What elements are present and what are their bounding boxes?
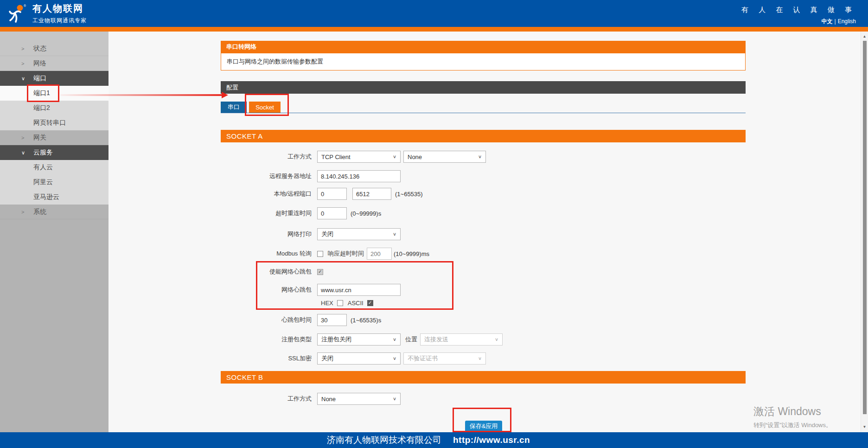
work-mode-secondary-select[interactable]: None ∨ — [403, 151, 486, 163]
tab-bar: 串口 Socket — [221, 102, 746, 113]
socket-a-form: 工作方式 TCP Client ∨ None ∨ 远程服务器地址 本地/远程端口… — [221, 148, 746, 365]
brand-logo: ® — [6, 3, 28, 24]
chevron-right-icon: > — [21, 46, 33, 51]
chevron-down-icon: ∨ — [393, 154, 396, 159]
ascii-checkbox[interactable]: ✓ — [367, 300, 373, 306]
sidebar-item-label: 网络 — [33, 59, 108, 68]
windows-watermark: 激活 Windows 转到“设置”以激活 Windows。 — [753, 404, 832, 429]
field-label: SSL加密 — [221, 354, 317, 363]
register-type-select[interactable]: 注册包关闭 ∨ — [317, 333, 401, 346]
sidebar-item-amazon-cloud[interactable]: 亚马逊云 — [0, 190, 108, 205]
chevron-down-icon: ∨ — [21, 76, 33, 82]
socket-a-header: SOCKET A — [221, 130, 746, 142]
sidebar-item-ali-cloud[interactable]: 阿里云 — [0, 175, 108, 190]
app-title: 有人物联网 — [32, 2, 87, 15]
footer-company: 济南有人物联网技术有限公司 — [327, 434, 441, 446]
hex-label: HEX — [321, 300, 333, 307]
language-switcher: 中文|English — [741, 18, 856, 26]
lang-chinese-link[interactable]: 中文 — [822, 18, 833, 25]
sidebar-item-usr-cloud[interactable]: 有人云 — [0, 160, 108, 175]
ssl-cert-select[interactable]: 不验证证书 ∨ — [403, 352, 486, 365]
sidebar-nav: > 状态 > 网络 ∨ 端口 端口1 端口2 网页转串口 > 网关 ∨ 云服务 … — [0, 32, 108, 432]
net-print-select[interactable]: 关闭 ∨ — [317, 228, 401, 240]
modbus-row: Modbus 轮询 响应超时时间 (10~9999)ms — [221, 248, 746, 260]
watermark-line1: 激活 Windows — [753, 404, 832, 419]
chevron-down-icon: ∨ — [393, 231, 396, 237]
reconnect-range-hint: (0~99999)s — [351, 210, 381, 217]
hex-checkbox[interactable] — [337, 300, 343, 306]
chevron-down-icon: ∨ — [393, 396, 396, 401]
sidebar-item-cloud[interactable]: ∨ 云服务 — [0, 145, 108, 160]
reconnect-row: 超时重连时间 (0~99999)s — [221, 207, 746, 219]
lang-english-link[interactable]: English — [838, 18, 856, 25]
modbus-range-hint: (10~9999)ms — [394, 250, 429, 257]
socket-b-work-mode-row: 工作方式 None ∨ — [221, 393, 746, 405]
remote-server-input[interactable] — [317, 170, 401, 182]
socket-b-header: SOCKET B — [221, 371, 746, 384]
sidebar-item-status[interactable]: > 状态 — [0, 41, 108, 56]
select-value: None — [408, 154, 422, 160]
save-apply-button[interactable]: 保存&应用 — [465, 421, 502, 432]
sidebar-item-label: 阿里云 — [33, 178, 108, 186]
check-icon: ✓ — [318, 269, 322, 274]
check-icon: ✓ — [368, 301, 372, 305]
header-slogan: 有 人 在 认 真 做 事 — [741, 6, 856, 14]
field-label: 网络打印 — [221, 230, 317, 238]
sidebar-item-label: 端口2 — [33, 104, 108, 112]
select-value: TCP Client — [321, 154, 351, 160]
lang-separator: | — [835, 18, 836, 25]
field-label: 超时重连时间 — [221, 209, 317, 218]
ascii-label: ASCII — [348, 300, 364, 307]
scrollbar-thumb[interactable] — [863, 41, 867, 414]
modbus-poll-checkbox[interactable] — [317, 251, 323, 257]
sidebar-item-label: 亚马逊云 — [33, 193, 108, 201]
field-label: 注册包类型 — [221, 335, 317, 344]
chevron-down-icon: ∨ — [393, 356, 396, 361]
modbus-timeout-label: 响应超时时间 — [328, 250, 364, 258]
tab-serial[interactable]: 串口 — [221, 102, 247, 113]
sidebar-item-label: 系统 — [33, 208, 108, 216]
scroll-down-icon[interactable]: ▼ — [861, 423, 868, 430]
field-label: 使能网络心跳包 — [221, 268, 317, 276]
modbus-timeout-input[interactable] — [367, 248, 392, 260]
register-position-select[interactable]: 连接发送 ∨ — [420, 333, 503, 346]
scroll-up-icon[interactable]: ▲ — [861, 32, 868, 40]
work-mode-select[interactable]: TCP Client ∨ — [317, 151, 401, 163]
heartbeat-enable-row: 使能网络心跳包 ✓ — [221, 266, 746, 278]
sidebar-item-port[interactable]: ∨ 端口 — [0, 71, 108, 86]
sidebar-item-label: 云服务 — [33, 148, 108, 157]
socket-b-work-mode-select[interactable]: None ∨ — [317, 393, 401, 405]
remote-port-input[interactable] — [352, 188, 391, 200]
field-label: 工作方式 — [221, 395, 317, 403]
page-title: 串口转网络 — [221, 41, 746, 53]
page-footer: 济南有人物联网技术有限公司 http://www.usr.cn — [0, 432, 868, 448]
heartbeat-packet-input[interactable] — [317, 284, 401, 296]
sidebar-item-label: 网关 — [33, 134, 108, 142]
sidebar-item-port1[interactable]: 端口1 — [0, 86, 108, 101]
chevron-right-icon: > — [21, 135, 33, 141]
registered-icon: ® — [24, 4, 26, 7]
sidebar-item-web-to-serial[interactable]: 网页转串口 — [0, 115, 108, 130]
heartbeat-enable-checkbox[interactable]: ✓ — [317, 269, 323, 275]
sidebar-item-port2[interactable]: 端口2 — [0, 101, 108, 115]
app-header: ® 有人物联网 工业物联网通讯专家 有 人 在 认 真 做 事 中文|Engli… — [0, 0, 868, 27]
ssl-select[interactable]: 关闭 ∨ — [317, 352, 401, 365]
field-label: 工作方式 — [221, 153, 317, 161]
sidebar-item-system[interactable]: > 系统 — [0, 205, 108, 219]
ports-row: 本地/远程端口 (1~65535) — [221, 188, 746, 200]
sidebar-item-network[interactable]: > 网络 — [0, 56, 108, 71]
select-value: 不验证证书 — [408, 354, 438, 363]
field-label: Modbus 轮询 — [221, 250, 317, 258]
field-label: 网络心跳包 — [221, 286, 317, 294]
reconnect-time-input[interactable] — [317, 207, 347, 219]
remote-addr-row: 远程服务器地址 — [221, 170, 746, 182]
sidebar-item-gateway[interactable]: > 网关 — [0, 130, 108, 145]
vertical-scrollbar: ▲ ▼ — [861, 32, 868, 432]
local-port-input[interactable] — [317, 188, 347, 200]
heartbeat-time-input[interactable] — [317, 314, 347, 326]
position-label: 位置 — [405, 335, 417, 344]
tab-socket[interactable]: Socket — [249, 102, 281, 113]
footer-url-link[interactable]: http://www.usr.cn — [453, 435, 530, 445]
chevron-down-icon: ∨ — [495, 337, 498, 342]
page-description: 串口与网络之间的数据传输参数配置 — [221, 53, 746, 70]
